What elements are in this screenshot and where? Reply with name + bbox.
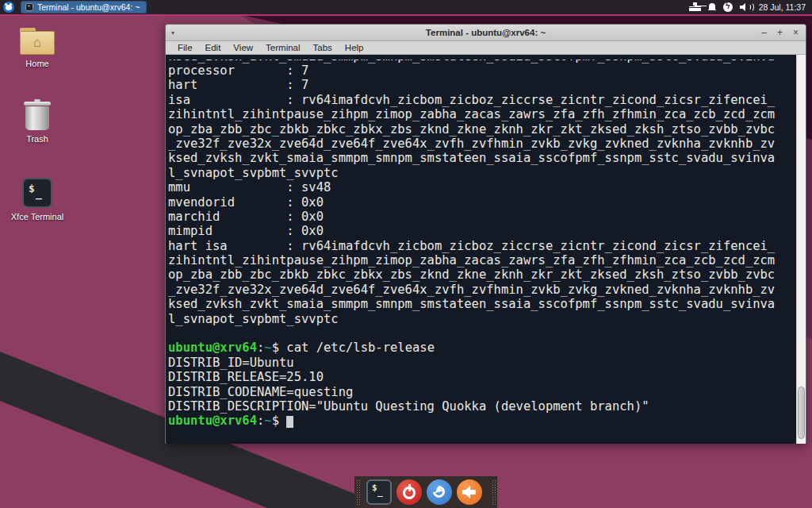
menu-edit[interactable]: Edit [199, 43, 228, 52]
terminal-line: ksed_zvksh_zvkt_smaia_smmpm_smnpm_smstat… [168, 297, 797, 311]
terminal-line: hart : 7 [168, 78, 797, 92]
terminal-line: _zve32f_zve32x_zve64d_zve64f_zve64x_zvfh… [168, 137, 797, 151]
dock-terminal-button[interactable]: $ _ [366, 479, 392, 505]
terminal-line: DISTRIB_CODENAME=questing [168, 385, 797, 399]
desktop-icon-home[interactable]: ⌂ Home [6, 28, 69, 68]
menu-terminal[interactable]: Terminal [259, 43, 306, 52]
dock-grip-handle[interactable] [492, 479, 496, 505]
terminal-line: processor : 7 [168, 64, 797, 78]
terminal-line: zihintntl_zihintpause_zihpm_zimop_zabha_… [168, 107, 797, 121]
desktop-icon-xfce-terminal[interactable]: $ _ Xfce Terminal [6, 178, 69, 221]
network-icon[interactable] [689, 2, 701, 12]
back-arrow-icon [462, 490, 476, 495]
terminal-line: DISTRIB_DESCRIPTION="Ubuntu Questing Quo… [168, 399, 797, 414]
titlebar[interactable]: ▾ Terminal - ubuntu@xrv64: ~ – + × [166, 25, 806, 41]
terminal-line: mmu : sv48 [168, 180, 797, 194]
refresh-icon [431, 483, 447, 500]
power-manager-icon[interactable] [723, 2, 733, 12]
terminal-line: mvendorid : 0x0 [168, 195, 797, 210]
terminal-line: l_svnapot_svpbmt_svvptc [168, 312, 797, 326]
terminal-output[interactable]: ksed_zvksh_zvkt_smaia_smmpm_smnpm_smstat… [167, 55, 797, 444]
terminal-window: ▾ Terminal - ubuntu@xrv64: ~ – + × FileE… [165, 24, 806, 444]
dock-back-button[interactable] [457, 479, 482, 505]
menu-bar: FileEditViewTerminalTabsHelp [166, 41, 806, 55]
terminal-line: ubuntu@xrv64:~$ cat /etc/lsb-release [168, 341, 797, 355]
desktop-icon-label: Xfce Terminal [11, 212, 63, 221]
notifications-bell-icon[interactable] [708, 3, 716, 12]
terminal-underscore-glyph: _ [36, 187, 42, 199]
desktop-icon-trash[interactable]: Trash [6, 100, 69, 144]
terminal-line: _zve32f_zve32x_zve64d_zve64f_zve64x_zvfh… [168, 283, 797, 297]
taskbar-window-button[interactable]: Terminal - ubuntu@xrv64: ~ [21, 1, 147, 13]
terminal-line: l_svnapot_svpbmt_svvptc [168, 166, 797, 180]
xfce-terminal-icon: $ _ [22, 178, 52, 208]
menu-view[interactable]: View [227, 43, 259, 52]
maximize-button[interactable]: + [777, 25, 783, 41]
applications-menu-icon[interactable] [3, 2, 14, 13]
terminal-mini-icon [25, 3, 33, 11]
terminal-underscore-glyph: _ [377, 487, 383, 497]
terminal-line: mimpid : 0x0 [168, 224, 797, 238]
terminal-line: ksed_zvksh_zvkt_smaia_smmpm_smnpm_smstat… [168, 151, 797, 165]
taskbar-window-label: Terminal - ubuntu@xrv64: ~ [37, 2, 140, 12]
terminal-line: zihintntl_zihintpause_zihpm_zimop_zabha_… [168, 253, 797, 267]
window-title: Terminal - ubuntu@xrv64: ~ [166, 28, 806, 37]
scrollbar[interactable] [796, 55, 806, 444]
terminal-line: DISTRIB_ID=Ubuntu [168, 356, 797, 370]
top-panel: Terminal - ubuntu@xrv64: ~ 28 Jul, 11:37 [0, 0, 812, 14]
trash-icon [25, 102, 49, 130]
power-icon [403, 487, 416, 499]
terminal-line: hart isa : rv64imafdcvh_zicbom_zicboz_zi… [168, 239, 797, 253]
home-folder-icon: ⌂ [20, 28, 55, 55]
minimize-button[interactable]: – [761, 25, 767, 41]
dock-shutdown-button[interactable] [396, 479, 422, 505]
scrollbar-thumb[interactable] [798, 387, 805, 439]
menu-tabs[interactable]: Tabs [307, 43, 339, 52]
terminal-line: isa : rv64imafdcvh_zicbom_zicboz_ziccrse… [168, 93, 797, 107]
terminal-dollar-glyph: $ [29, 183, 35, 194]
dock: $ _ [354, 476, 497, 508]
clock: 28 Jul, 11:37 [759, 2, 806, 12]
terminal-line: ubuntu@xrv64:~$ [168, 414, 797, 428]
desktop-icon-label: Home [25, 59, 48, 68]
terminal-line: marchid : 0x0 [168, 210, 797, 224]
terminal-line: op_zba_zbb_zbc_zbkb_zbkc_zbkx_zbs_zknd_z… [168, 267, 797, 282]
terminal-line [168, 326, 797, 341]
dock-grip-handle[interactable] [356, 479, 360, 505]
system-tray: 28 Jul, 11:37 [689, 2, 812, 12]
wallpaper-top-line [0, 14, 812, 16]
terminal-dollar-glyph: $ [372, 483, 377, 493]
dock-restart-button[interactable] [427, 479, 452, 505]
terminal-cursor [286, 416, 293, 428]
close-button[interactable]: × [793, 25, 799, 41]
menu-help[interactable]: Help [339, 43, 370, 52]
home-glyph: ⌂ [33, 35, 41, 50]
volume-icon[interactable] [740, 2, 752, 12]
terminal-line: op_zba_zbb_zbc_zbkb_zbkc_zbkx_zbs_zknd_z… [168, 122, 797, 137]
terminal-line: DISTRIB_RELEASE=25.10 [168, 370, 797, 384]
menu-file[interactable]: File [171, 43, 199, 52]
desktop-icon-label: Trash [26, 134, 48, 144]
